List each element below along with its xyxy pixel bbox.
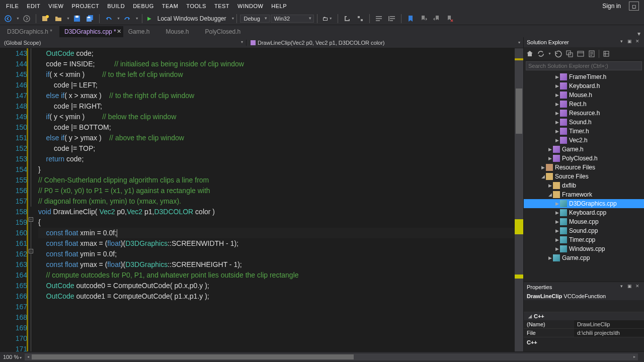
menu-debug[interactable]: DEBUG xyxy=(129,0,158,12)
bookmark-clear-icon[interactable] xyxy=(444,14,456,24)
tree-item-keyboard-h[interactable]: ▶Keyboard.h xyxy=(524,81,644,90)
tree-item-rect-h[interactable]: ▶Rect.h xyxy=(524,100,644,109)
expand-icon[interactable]: ▶ xyxy=(547,255,553,260)
tree-item-timer-h[interactable]: ▶Timer.h xyxy=(524,127,644,136)
tab-game-h[interactable]: Game.h xyxy=(123,26,161,37)
tree-item-dxflib[interactable]: ▶dxflib xyxy=(524,181,644,190)
tree-item-mouse-cpp[interactable]: ▶Mouse.cpp xyxy=(524,217,644,226)
scope-combo[interactable]: (Global Scope) xyxy=(0,40,247,46)
expand-icon[interactable]: ▶ xyxy=(554,210,560,215)
account-icon[interactable]: ◻ xyxy=(629,2,639,11)
panel-menu-icon[interactable]: ▾ xyxy=(618,39,625,46)
nav-fwd-icon[interactable] xyxy=(21,14,33,24)
save-icon[interactable] xyxy=(71,14,83,24)
tree-item-timer-cpp[interactable]: ▶Timer.cpp xyxy=(524,235,644,244)
menu-tools[interactable]: TOOLS xyxy=(182,0,210,12)
step-over-icon[interactable] xyxy=(354,14,366,24)
zoom-combo[interactable]: 100 % xyxy=(3,354,22,360)
collapse-all-icon[interactable] xyxy=(566,50,574,58)
save-all-icon[interactable] xyxy=(84,14,96,24)
property-row[interactable]: (Name)DrawLineClip xyxy=(524,320,644,329)
horizontal-scrollbar[interactable]: ◂ ▸ xyxy=(25,353,638,360)
menu-window[interactable]: WINDOW xyxy=(233,0,267,12)
uncomment-icon[interactable] xyxy=(386,14,398,24)
expand-icon[interactable]: ▶ xyxy=(554,111,560,116)
tab-mouse-h[interactable]: Mouse.h xyxy=(160,26,200,37)
close-icon[interactable]: ✕ xyxy=(634,284,641,291)
platform-combo[interactable]: Win32 xyxy=(271,15,314,23)
expand-icon[interactable]: ▶ xyxy=(547,183,553,188)
panel-menu-icon[interactable]: ▾ xyxy=(618,284,625,291)
new-project-icon[interactable] xyxy=(39,14,51,24)
member-combo[interactable]: DrawLineClip(Vec2 p0, Vec2 p1, D3DCOLOR … xyxy=(247,40,523,46)
expand-icon[interactable]: ▶ xyxy=(554,120,560,125)
config-combo[interactable]: Debug xyxy=(240,15,269,23)
expand-icon[interactable]: ▶ xyxy=(554,228,560,233)
expand-icon[interactable]: ◢ xyxy=(540,174,546,179)
solution-search-input[interactable] xyxy=(526,61,642,70)
expand-icon[interactable]: ▶ xyxy=(554,138,560,143)
expand-icon[interactable]: ▶ xyxy=(554,246,560,251)
solution-tree[interactable]: ▶FrameTimer.h▶Keyboard.h▶Mouse.h▶Rect.h▶… xyxy=(524,71,644,282)
tree-item-keyboard-cpp[interactable]: ▶Keyboard.cpp xyxy=(524,208,644,217)
expand-icon[interactable]: ▶ xyxy=(554,219,560,224)
pin-icon[interactable]: ▣ xyxy=(626,39,633,46)
tree-item-vec2-h[interactable]: ▶Vec2.h xyxy=(524,136,644,145)
tree-item-frametimer-h[interactable]: ▶FrameTimer.h xyxy=(524,72,644,81)
menu-view[interactable]: VIEW xyxy=(44,0,67,12)
find-in-files-icon[interactable]: 🗀▼ xyxy=(320,15,335,23)
tab-d3dgraphics-cpp[interactable]: D3DGraphics.cpp✕ xyxy=(59,26,123,37)
home-icon[interactable] xyxy=(526,50,534,58)
expand-icon[interactable]: ▶ xyxy=(554,237,560,242)
expand-icon[interactable]: ▶ xyxy=(547,156,553,161)
tree-item-windows-cpp[interactable]: ▶Windows.cpp xyxy=(524,244,644,253)
tree-item-resource-h[interactable]: ▶Resource.h xyxy=(524,109,644,118)
tabs-overflow-icon[interactable]: ▾ xyxy=(634,30,644,37)
tree-item-source-files[interactable]: ◢Source Files xyxy=(524,172,644,181)
tree-item-game-h[interactable]: ▶Game.h xyxy=(524,145,644,154)
tab-d3dgraphics-h[interactable]: D3DGraphics.h xyxy=(2,26,59,37)
expand-icon[interactable]: ▶ xyxy=(554,129,560,134)
property-row[interactable]: Filed:\chili projects\th xyxy=(524,329,644,337)
menu-edit[interactable]: EDIT xyxy=(23,0,44,12)
debugger-target-combo[interactable]: Local Windows Debugger xyxy=(154,15,229,22)
menu-file[interactable]: FILE xyxy=(2,0,23,12)
expand-icon[interactable]: ◢ xyxy=(547,192,553,197)
undo-icon[interactable] xyxy=(103,14,115,24)
menu-build[interactable]: BUILD xyxy=(103,0,129,12)
expand-icon[interactable]: ▶ xyxy=(540,165,546,170)
bookmark-prev-icon[interactable] xyxy=(418,14,430,24)
tab-polyclosed-h[interactable]: PolyClosed.h xyxy=(200,26,252,37)
expand-icon[interactable]: ▶ xyxy=(554,201,560,206)
code-editor[interactable]: 1431441451461471481491501511521531541551… xyxy=(0,48,523,351)
expand-icon[interactable]: ▶ xyxy=(554,93,560,98)
expand-icon[interactable]: ▶ xyxy=(554,74,560,79)
start-debug-icon[interactable]: ▶ xyxy=(145,15,153,22)
tree-item-mouse-h[interactable]: ▶Mouse.h xyxy=(524,90,644,100)
tree-item-polyclosed-h[interactable]: ▶PolyClosed.h xyxy=(524,154,644,163)
tree-item-d3dgraphics-cpp[interactable]: ▶D3DGraphics.cpp xyxy=(524,199,644,208)
properties-grid[interactable]: ◢C++ (Name)DrawLineClipFiled:\chili proj… xyxy=(524,312,644,337)
comment-out-icon[interactable] xyxy=(373,14,385,24)
step-into-icon[interactable] xyxy=(341,14,353,24)
tree-item-framework[interactable]: ◢Framework xyxy=(524,190,644,199)
nav-back-icon[interactable] xyxy=(2,14,14,24)
menu-project[interactable]: PROJECT xyxy=(67,0,103,12)
tree-item-sound-cpp[interactable]: ▶Sound.cpp xyxy=(524,226,644,235)
pin-icon[interactable]: ▣ xyxy=(626,284,633,291)
sign-in-link[interactable]: Sign in xyxy=(597,3,626,10)
menu-test[interactable]: TEST xyxy=(210,0,233,12)
properties-icon[interactable] xyxy=(588,50,596,58)
vertical-scrollbar[interactable] xyxy=(515,48,523,351)
show-all-icon[interactable] xyxy=(577,50,585,58)
menu-help[interactable]: HELP xyxy=(267,0,291,12)
bookmark-next-icon[interactable] xyxy=(431,14,443,24)
menu-team[interactable]: TEAM xyxy=(158,0,183,12)
open-file-icon[interactable] xyxy=(52,14,64,24)
redo-icon[interactable] xyxy=(121,14,133,24)
expand-icon[interactable]: ▶ xyxy=(554,102,560,107)
sync-icon[interactable] xyxy=(537,50,545,58)
refresh-icon[interactable] xyxy=(554,50,562,58)
preview-icon[interactable] xyxy=(602,50,610,58)
close-icon[interactable]: ✕ xyxy=(634,39,641,46)
